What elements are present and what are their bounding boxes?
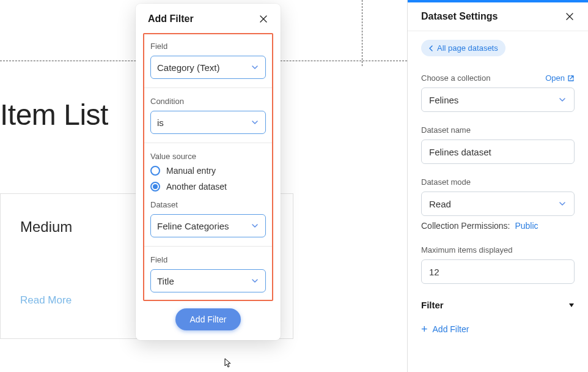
radio-manual-entry[interactable]: Manual entry (150, 166, 266, 176)
filter-section-label: Filter (421, 300, 444, 310)
field-select[interactable]: Category (Text) (150, 56, 266, 79)
dataset-select[interactable]: Feline Categories (150, 214, 266, 237)
permissions-value-link[interactable]: Public (515, 221, 538, 231)
dataset-select-value: Feline Categories (157, 221, 251, 231)
dataset-name-input[interactable] (429, 147, 567, 157)
open-collection-link[interactable]: Open (545, 73, 575, 83)
dataset-settings-header: Dataset Settings (408, 2, 588, 31)
add-filter-link-label: Add Filter (433, 324, 469, 334)
chevron-down-icon (251, 63, 259, 72)
condition-select[interactable]: is (150, 111, 266, 134)
radio-manual-label: Manual entry (166, 166, 216, 176)
max-items-label: Maximum items displayed (421, 245, 575, 255)
collection-select[interactable]: Felines (421, 87, 575, 112)
back-all-datasets-link[interactable]: All page datasets (421, 40, 505, 56)
dataset-name-label: Dataset name (421, 125, 575, 135)
collection-permissions-row: Collection Permissions: Public (421, 221, 575, 231)
page-title: Item List (0, 98, 108, 132)
dataset-mode-select[interactable]: Read (421, 192, 575, 216)
chevron-down-icon (558, 95, 567, 104)
close-icon[interactable] (565, 12, 575, 21)
close-icon[interactable] (259, 14, 268, 24)
chevron-left-icon (428, 45, 433, 51)
field2-label: Field (150, 255, 266, 264)
radio-icon (150, 182, 160, 192)
collection-select-value: Felines (429, 95, 558, 105)
max-items-input-wrap (421, 259, 575, 284)
field-label: Field (150, 42, 266, 51)
chevron-down-icon (558, 199, 567, 208)
radio-another-dataset[interactable]: Another dataset (150, 182, 266, 192)
dataset-settings-panel: Dataset Settings All page datasets Choos… (407, 0, 588, 372)
permissions-label: Collection Permissions: (421, 221, 510, 231)
dataset-mode-value: Read (429, 199, 558, 209)
field-select-value: Category (Text) (157, 62, 251, 73)
bg-read-more-link[interactable]: Read More (20, 294, 72, 307)
add-filter-panel: Add Filter Field Category (Text) Conditi… (136, 4, 281, 340)
field2-select-value: Title (157, 276, 251, 286)
dataset-label: Dataset (150, 200, 266, 209)
filter-config-highlight: Field Category (Text) Condition is Value… (143, 33, 273, 301)
plus-icon: + (421, 324, 428, 335)
condition-select-value: is (157, 117, 251, 128)
chevron-down-icon (251, 118, 259, 127)
radio-another-label: Another dataset (166, 182, 227, 192)
field2-select[interactable]: Title (150, 269, 266, 292)
chevron-down-icon (251, 277, 259, 285)
back-link-label: All page datasets (437, 43, 498, 53)
dataset-mode-label: Dataset mode (421, 177, 575, 187)
add-filter-header: Add Filter (136, 4, 281, 33)
radio-icon (150, 166, 160, 176)
filter-section-toggle[interactable]: Filter (421, 297, 575, 319)
chevron-down-icon (251, 221, 259, 230)
value-source-label: Value source (150, 152, 266, 161)
open-link-label: Open (545, 73, 565, 83)
caret-down-icon (568, 302, 575, 308)
collection-label: Choose a collection (421, 73, 490, 83)
add-filter-link[interactable]: + Add Filter (421, 319, 469, 335)
condition-label: Condition (150, 97, 266, 106)
external-link-icon (567, 75, 575, 82)
dataset-name-input-wrap (421, 140, 575, 164)
add-filter-title: Add Filter (148, 13, 194, 24)
add-filter-submit-button[interactable]: Add Filter (175, 308, 241, 330)
guide-line-v (362, 0, 362, 66)
dataset-settings-title: Dataset Settings (421, 11, 498, 22)
max-items-input[interactable] (429, 267, 567, 277)
